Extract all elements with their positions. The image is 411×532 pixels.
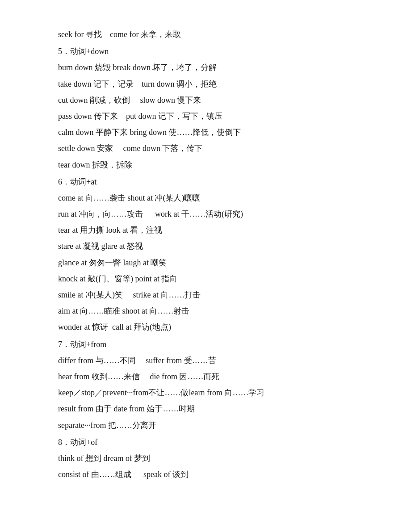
text-line-l28: consist of 由……组成 speak of 谈到: [58, 467, 353, 482]
text-line-l17: smile at 冲(某人)笑 strike at 向……打击: [58, 287, 353, 302]
text-line-l6: pass down 传下来 put down 记下，写下，镇压: [58, 109, 353, 124]
text-line-l26: 8．动词+of: [58, 435, 353, 450]
text-line-l24: result from 由于 date from 始于……时期: [58, 401, 353, 416]
text-line-l1: seek for 寻找 come for 来拿，来取: [58, 27, 353, 42]
text-line-l4: take down 记下，记录 turn down 调小，拒绝: [58, 76, 353, 92]
text-line-l10: 6．动词+at: [58, 174, 353, 189]
text-line-l16: knock at 敲(门、窗等) point at 指向: [58, 271, 353, 286]
text-line-l19: wonder at 惊讶 call at 拜访(地点): [58, 319, 353, 335]
text-line-l22: hear from 收到……来信 die from 因……而死: [58, 369, 353, 384]
text-line-l14: stare at 凝视 glare at 怒视: [58, 239, 353, 254]
main-content: seek for 寻找 come for 来拿，来取5．动词+downburn …: [58, 27, 353, 482]
text-line-l9: tear down 拆毁，拆除: [58, 157, 353, 172]
text-line-l7: calm down 平静下来 bring down 使……降低，使倒下: [58, 125, 353, 140]
text-line-l23: keep／stop／prevent···from不让……做learn from …: [58, 385, 353, 400]
text-line-l8: settle down 安家 come down 下落，传下: [58, 141, 353, 156]
text-line-l2: 5．动词+down: [58, 44, 353, 59]
text-line-l27: think of 想到 dream of 梦到: [58, 451, 353, 466]
text-line-l5: cut down 削减，砍倒 slow down 慢下来: [58, 92, 353, 108]
text-line-l21: differ from 与……不同 suffer from 受……苦: [58, 353, 353, 368]
text-line-l13: tear at 用力撕 look at 看，注视: [58, 222, 353, 238]
text-line-l25: separate···from 把……分离开: [58, 418, 353, 433]
text-line-l3: burn down 烧毁 break down 坏了，垮了，分解: [58, 60, 353, 75]
text-line-l15: glance at 匆匆一瞥 laugh at 嘲笑: [58, 255, 353, 270]
text-line-l11: come at 向……袭击 shout at 冲(某人)嚷嚷: [58, 190, 353, 205]
text-line-l12: run at 冲向，向……攻击 work at 干……活动(研究): [58, 206, 353, 222]
text-line-l20: 7．动词+from: [58, 337, 353, 352]
text-line-l18: aim at 向……瞄准 shoot at 向……射击: [58, 303, 353, 318]
